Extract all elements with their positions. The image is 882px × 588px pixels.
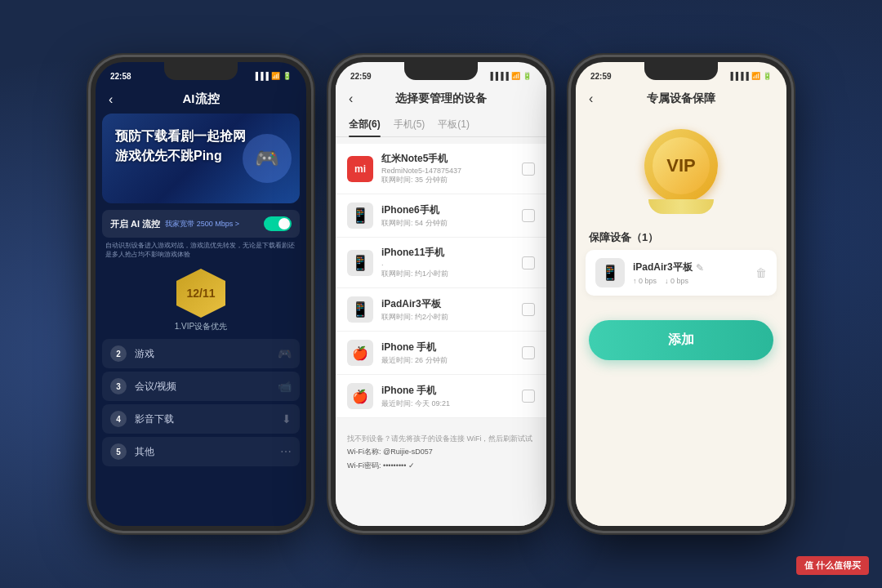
menu-text-download: 影音下载: [135, 412, 174, 426]
device-check-iphone11[interactable]: [522, 256, 535, 270]
device-icon-iphone11: 📱: [347, 250, 373, 276]
device-item-ipadair3[interactable]: 📱 iPadAir3平板 联网时间: 约2小时前: [336, 288, 546, 332]
menu-num-3: 3: [110, 378, 127, 394]
p1-toggle-label: 开启 AI 流控: [110, 218, 160, 230]
badge-shield: 12/11: [176, 269, 225, 318]
p3-device-card: 📱 iPadAir3平板 ✎ ↑ 0 bps ↓ 0 bps 🗑: [586, 250, 777, 296]
p1-badge-label: 1.VIP设备优先: [175, 321, 227, 332]
menu-num-5: 5: [110, 443, 127, 460]
status-icons-3: ▐▐▐▐ 📶 🔋: [728, 72, 772, 80]
p3-section-title: 保障设备（1）: [576, 222, 786, 250]
menu-item-meeting[interactable]: 3 会议/视频 📹: [102, 372, 300, 401]
signal-icon-2: ▐▐▐▐: [488, 72, 509, 80]
p1-back-button[interactable]: ‹: [109, 92, 113, 107]
p3-stat-down: ↓ 0 bps: [665, 277, 688, 285]
p3-badge-area: VIP: [576, 113, 786, 222]
notch-2: [404, 62, 478, 80]
p2-device-list: mi 红米Note5手机 RedmiNote5-147875437联网时间: 3…: [336, 144, 546, 418]
device-check-iphone-b[interactable]: [522, 390, 535, 403]
device-sub-iphone-b: 最近时间: 今天 09:21: [381, 399, 514, 409]
p1-menu: 2 游戏 🎮 3 会议/视频 📹 4 影音下载 ⬇ 5 其他 ⋯: [102, 339, 300, 466]
p1-hero-icon: 🎮: [243, 134, 292, 183]
device-check-ipadair3[interactable]: [522, 303, 535, 316]
p1-header: ‹ AI流控: [96, 85, 306, 114]
p3-back-button[interactable]: ‹: [589, 91, 593, 106]
p3-device-name: iPadAir3平板: [633, 261, 693, 274]
p2-footer-wifi-name: Wi-Fi名称: @Ruijie-sD057: [347, 446, 535, 457]
p2-footer: 找不到设备？请先将孩子的设备连接 WiFi，然后刷新试试 Wi-Fi名称: @R…: [336, 425, 546, 479]
menu-text-meeting: 会议/视频: [135, 380, 176, 394]
phone1-content: ‹ AI流控 预防下载看剧一起抢网 游戏优先不跳Ping 🎮 开启 AI 流控 …: [96, 85, 306, 526]
p3-device-stats: ↑ 0 bps ↓ 0 bps: [633, 277, 747, 285]
status-icons-2: ▐▐▐▐ 📶 🔋: [488, 72, 532, 80]
signal-icon: ▐▐▐: [253, 72, 269, 80]
p3-add-button[interactable]: 添加: [589, 320, 773, 360]
tab-tablet[interactable]: 平板(1): [438, 113, 470, 136]
device-info-ipadair3: iPadAir3平板 联网时间: 约2小时前: [381, 297, 514, 323]
p3-vip-pedestal: [648, 199, 714, 214]
watermark: 值 什么值得买: [796, 556, 869, 575]
status-time-2: 22:59: [350, 72, 372, 81]
p3-edit-icon[interactable]: ✎: [696, 262, 704, 274]
device-item-redmi[interactable]: mi 红米Note5手机 RedmiNote5-147875437联网时间: 3…: [336, 144, 546, 194]
p2-content: ‹ 选择要管理的设备 全部(6) 手机(5) 平板(1) mi 红米Note5手…: [336, 85, 546, 526]
device-check-iphone-a[interactable]: [522, 346, 535, 359]
device-item-iphone-b[interactable]: 🍎 iPhone 手机 最近时间: 今天 09:21: [336, 375, 546, 418]
device-sub-iphone6: 联网时间: 54 分钟前: [381, 218, 514, 229]
p3-content: ‹ 专属设备保障 VIP 保障设备（1） 📱 iPa: [576, 85, 786, 526]
menu-item-download[interactable]: 4 影音下载 ⬇: [102, 404, 300, 434]
ai-toggle-switch[interactable]: [264, 216, 292, 231]
device-item-iphone11[interactable]: 📱 iPhone11手机 ·联网时间: 约1小时前: [336, 238, 546, 288]
device-name-ipadair3: iPadAir3平板: [381, 297, 514, 311]
device-info-redmi: 红米Note5手机 RedmiNote5-147875437联网时间: 35 分…: [381, 152, 514, 185]
p1-toggle-sub: 我家宽带 2500 Mbps >: [165, 219, 259, 229]
device-sub-redmi: RedmiNote5-147875437联网时间: 35 分钟前: [381, 167, 514, 185]
menu-item-game[interactable]: 2 游戏 🎮: [102, 339, 300, 368]
device-info-iphone11: iPhone11手机 ·联网时间: 约1小时前: [381, 246, 514, 279]
status-icons-1: ▐▐▐ 📶 🔋: [253, 72, 292, 80]
notch-1: [164, 62, 238, 80]
p3-delete-icon[interactable]: 🗑: [755, 266, 767, 279]
p1-toggle-row: 开启 AI 流控 我家宽带 2500 Mbps >: [102, 210, 300, 238]
signal-icon-3: ▐▐▐▐: [728, 72, 749, 80]
device-name-iphone-a: iPhone 手机: [381, 341, 514, 354]
meeting-icon: 📹: [278, 380, 292, 393]
tab-all[interactable]: 全部(6): [349, 113, 381, 136]
menu-text-game: 游戏: [135, 347, 154, 361]
device-name-iphone6: iPhone6手机: [381, 203, 514, 217]
p1-title: AI流控: [183, 91, 220, 107]
tab-phone[interactable]: 手机(5): [394, 113, 425, 136]
p3-device-icon: 📱: [595, 258, 625, 287]
device-item-iphone6[interactable]: 📱 iPhone6手机 联网时间: 54 分钟前: [336, 194, 546, 238]
phone-3: 22:59 ▐▐▐▐ 📶 🔋 ‹ 专属设备保障 VIP: [571, 57, 791, 531]
p2-back-button[interactable]: ‹: [349, 91, 353, 106]
chevron-right-icon: 🎮: [278, 347, 292, 360]
p1-description: 自动识别设备进入游戏对战，游戏流优先转发，无论是下载看剧还是多人抢占均不影响游戏…: [102, 241, 300, 259]
device-check-iphone6[interactable]: [522, 209, 535, 222]
battery-icon: 🔋: [283, 72, 292, 80]
device-name-iphone11: iPhone11手机: [381, 246, 514, 260]
device-item-iphone-a[interactable]: 🍎 iPhone 手机 最近时间: 26 分钟前: [336, 332, 546, 375]
device-check-redmi[interactable]: [522, 163, 535, 176]
battery-icon-2: 🔋: [523, 72, 532, 80]
p1-hero-banner: 预防下载看剧一起抢网 游戏优先不跳Ping 🎮: [102, 114, 300, 203]
phone-2: 22:59 ▐▐▐▐ 📶 🔋 ‹ 选择要管理的设备 全部(6) 手机(5) 平板…: [331, 57, 551, 531]
device-name-iphone-b: iPhone 手机: [381, 384, 514, 398]
menu-text-other: 其他: [135, 445, 154, 459]
p2-footer-hint: 找不到设备？请先将孩子的设备连接 WiFi，然后刷新试试: [347, 433, 535, 444]
wifi-icon: 📶: [271, 72, 280, 80]
status-time-3: 22:59: [590, 72, 612, 81]
p3-vip-inner: VIP: [653, 137, 710, 194]
p1-vip-badge: 12/11: [176, 269, 225, 318]
device-icon-iphone-b: 🍎: [347, 383, 373, 409]
p2-footer-wifi-pwd: Wi-Fi密码: ••••••••• ✓: [347, 460, 535, 471]
p2-tabs: 全部(6) 手机(5) 平板(1): [336, 113, 546, 137]
device-info-iphone6: iPhone6手机 联网时间: 54 分钟前: [381, 203, 514, 229]
p3-header: ‹ 专属设备保障: [576, 85, 786, 113]
device-sub-ipadair3: 联网时间: 约2小时前: [381, 312, 514, 323]
phone-1: 22:58 ▐▐▐ 📶 🔋 ‹ AI流控 预防下载看剧一起抢网 游戏优先不跳Pi…: [91, 57, 311, 531]
device-icon-iphone6: 📱: [347, 203, 373, 229]
p3-device-info: iPadAir3平板 ✎ ↑ 0 bps ↓ 0 bps: [633, 261, 747, 285]
menu-item-other[interactable]: 5 其他 ⋯: [102, 437, 300, 466]
notch-3: [644, 62, 718, 80]
